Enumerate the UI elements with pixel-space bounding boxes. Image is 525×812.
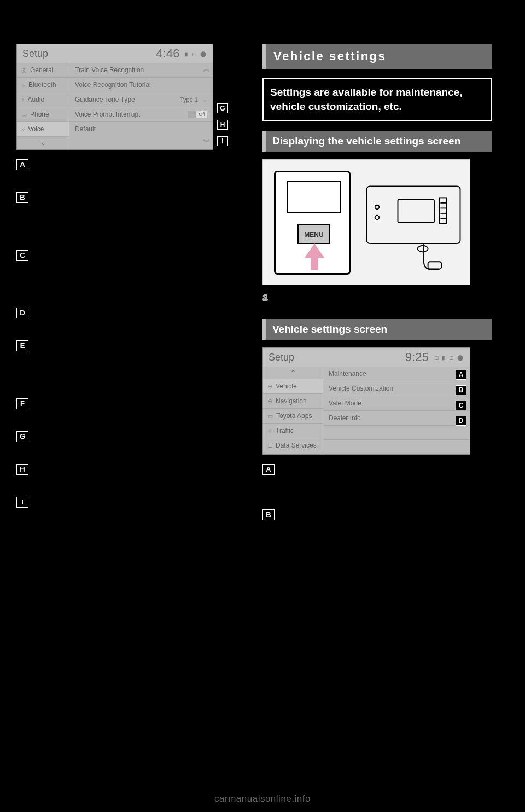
row-label: Maintenance [329,370,366,378]
sidebar-scroll-down[interactable]: ⌄ [17,137,69,149]
scroll-indicator: ︽ ︾ [203,64,211,147]
callout-d: D [456,416,466,426]
chevrons-up-icon: ︽ [203,64,211,74]
letter-d: D [16,308,28,318]
page-content: Setup 4:46 ▮ ◻ ⬤ ◎General ⟐Bluetooth ♪Au… [0,0,525,546]
desc-c: C [16,250,246,300]
intro-box: Settings are available for maintenance, … [262,78,492,121]
setup2-sidebar: ⌃ ⊖Vehicle ⊕Navigation ▭Toyota Apps ≋Tra… [263,367,323,454]
letter-c: C [16,250,28,261]
press-arrow-icon [305,243,324,258]
sidebar-label: Bluetooth [28,81,56,89]
callout-i: I [217,136,228,146]
step-num-4: 4 [262,293,268,304]
display-rect [287,181,341,213]
voice-icon: » [21,126,25,132]
sidebar-item-general[interactable]: ◎General [17,63,69,78]
menu-button-figure: MENU [262,159,470,285]
right-description-list: A B [262,463,492,520]
row-label: Voice Prompt Interrupt [75,111,140,118]
sidebar-item-bluetooth[interactable]: ⟐Bluetooth [17,78,69,92]
setup1-main: Train Voice Recognition Voice Recognitio… [69,63,213,149]
letter-g: G [16,431,28,442]
desc-e: E [16,340,246,390]
sidebar-label: General [30,66,54,74]
row-guidance-tone[interactable]: Guidance Tone Type Type 1⌄ [69,92,213,107]
sidebar-label: Voice [28,125,44,133]
desc-b: B [16,192,246,242]
sidebar-label: Phone [30,111,49,118]
sidebar-item-phone[interactable]: ▭Phone [17,107,69,122]
setup1-sidebar: ◎General ⟐Bluetooth ♪Audio ▭Phone »Voice… [17,63,69,149]
sidebar-item-data-services[interactable]: ≣Data Services [263,438,323,453]
row-train-voice[interactable]: Train Voice Recognition [69,63,213,78]
sidebar-item-vehicle[interactable]: ⊖Vehicle [263,379,323,394]
svg-point-9 [375,205,380,210]
menu-button[interactable]: MENU [298,224,330,244]
setup2-clock: 9:25 [405,350,429,364]
desc-d: D [16,307,246,332]
letter-e: E [16,340,28,351]
car-icon: ⊖ [267,383,272,390]
sidebar-scroll-up[interactable]: ⌃ [263,367,323,379]
callout-b: B [456,385,466,395]
status-icons: ◻ ▮ ◻ ⬤ [434,355,464,361]
sidebar-label: Data Services [276,442,317,449]
setup2-title: Setup [269,352,294,363]
vehicle-setup-screen: Setup 9:25 ◻ ▮ ◻ ⬤ ⌃ ⊖Vehicle ⊕Navigatio… [262,347,470,455]
tone-type-value: Type 1 [180,96,198,103]
traffic-icon: ≋ [267,427,272,434]
steps-list-2: 2 3 4 [262,293,492,315]
section-title-vehicle-settings: Vehicle settings [262,44,492,69]
svg-rect-8 [428,262,442,269]
control-panel: MENU [274,171,351,275]
desc-g: G [16,431,246,456]
row-maintenance[interactable]: Maintenance [323,367,470,381]
letter-f: F [16,398,28,409]
desc-b-right: B [262,509,492,520]
row-label: Vehicle Customization [329,385,393,392]
row-default[interactable]: Default [69,122,213,136]
svg-rect-0 [367,187,460,244]
letter-a: A [16,159,28,170]
sidebar-item-audio[interactable]: ♪Audio [17,92,69,107]
letter-h: H [16,464,28,475]
phone-icon: ▭ [21,111,27,118]
sidebar-item-voice[interactable]: »Voice [17,122,69,137]
row-valet-mode[interactable]: Valet Mode [323,396,470,411]
dashboard-outline [361,171,465,275]
row-vehicle-customization[interactable]: Vehicle Customization [323,381,470,396]
watermark: carmanualsonline.info [0,793,525,804]
right-column: Vehicle settings Settings are available … [262,44,492,529]
svg-rect-1 [398,200,435,223]
desc-a-right: A [262,463,492,501]
row-voice-tutorial[interactable]: Voice Recognition Tutorial [69,78,213,92]
press-arrow-trail [311,257,318,270]
letter-a: A [262,464,275,475]
row-label: Voice Recognition Tutorial [75,81,151,89]
setup1-clock: 4:46 [156,47,180,61]
sidebar-label: Navigation [276,397,307,405]
letter-b: B [262,509,275,520]
row-label: Train Voice Recognition [75,66,144,74]
row-dealer-info[interactable]: Dealer Info [323,411,470,426]
sidebar-item-navigation[interactable]: ⊕Navigation [263,394,323,409]
sidebar-label: Toyota Apps [276,412,312,420]
row-label: Guidance Tone Type [75,96,135,103]
sidebar-item-traffic[interactable]: ≋Traffic [263,424,323,438]
svg-rect-2 [440,198,447,224]
globe-icon: ⊕ [267,398,272,405]
left-description-list: A B C D E F G H I [16,159,246,521]
letter-b: B [16,192,28,203]
setup2-header: Setup 9:25 ◻ ▮ ◻ ⬤ [263,348,470,367]
sidebar-label: Audio [28,96,45,103]
sidebar-item-apps[interactable]: ▭Toyota Apps [263,409,323,424]
sidebar-label: Traffic [276,427,294,434]
desc-f: F [16,398,246,423]
desc-a: A [16,159,246,184]
desc-i: I [16,496,246,521]
row-voice-interrupt[interactable]: Voice Prompt Interrupt Off [69,107,213,122]
row-empty [323,426,470,440]
letter-i: I [16,497,28,508]
data-icon: ≣ [267,442,272,449]
